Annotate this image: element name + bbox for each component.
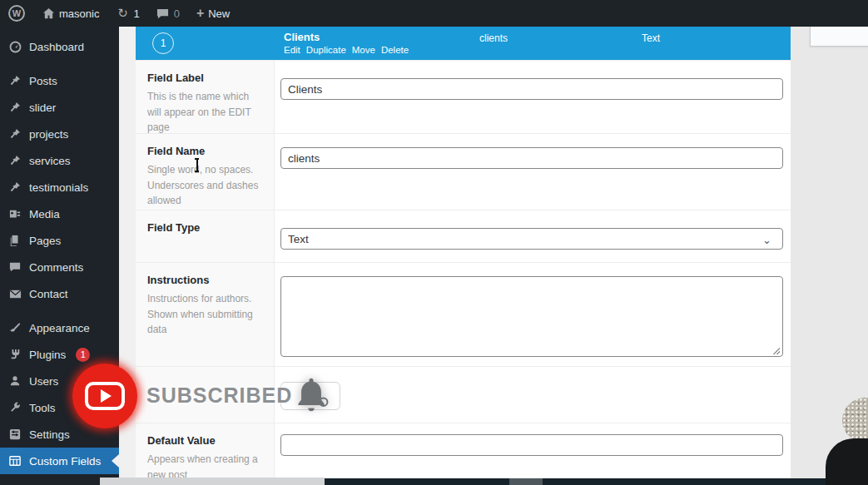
field-type-labelcol: Field Type — [136, 210, 275, 262]
field-name-row: Field Name Single word, no spaces. Under… — [136, 133, 791, 210]
wordpress-logo-icon: W — [8, 5, 25, 22]
instructions-labelcol: Instructions Instructions for authors. S… — [136, 263, 275, 366]
comment-bubble-icon — [156, 7, 170, 20]
pushpin-icon — [8, 74, 22, 87]
sidebar-item-label: Dashboard — [29, 41, 84, 53]
default-value-labelcol: Default Value Appears when creating a ne… — [136, 423, 275, 485]
field-name-input[interactable] — [280, 147, 783, 169]
subscribed-label: SUBSCRIBED — [146, 384, 292, 408]
sidebar-item-posts[interactable]: Posts — [0, 67, 119, 94]
field-label-heading: Clients — [284, 31, 320, 43]
wrench-icon — [8, 401, 22, 414]
active-menu-arrow — [112, 454, 119, 468]
comments-icon — [8, 260, 22, 274]
video-timeline-segment — [509, 478, 543, 485]
pages-icon — [8, 234, 22, 247]
sidebar-item-projects[interactable]: projects — [0, 121, 119, 147]
sidebar-item-label: testimonials — [29, 181, 88, 194]
sidebar-item-label: Pages — [29, 235, 61, 247]
field-name-column: clients — [479, 32, 508, 44]
row-title: Field Type — [147, 221, 262, 234]
updates-menu[interactable]: ↻ 1 — [107, 0, 147, 27]
instructions-row: Instructions Instructions for authors. S… — [136, 262, 791, 366]
sidebar-item-label: Appearance — [29, 322, 90, 334]
sidebar-item-label: Contact — [29, 288, 68, 300]
duplicate-action[interactable]: Duplicate — [306, 45, 346, 55]
row-title: Instructions — [147, 274, 262, 286]
row-title: Field Name — [147, 145, 262, 157]
video-timeline-light — [100, 478, 325, 485]
site-name-menu[interactable]: masonic — [33, 0, 107, 27]
row-description: Instructions for authors. Shown when sub… — [147, 291, 262, 338]
pushpin-icon — [8, 127, 22, 141]
comments-menu[interactable]: 0 — [148, 0, 188, 27]
sidebar-item-contact[interactable]: Contact — [0, 280, 119, 307]
pushpin-icon — [8, 154, 22, 167]
sidebar-item-dashboard[interactable]: Dashboard — [0, 33, 119, 60]
acf-field-editor: 1 Clients Edit Duplicate Move Delete cli… — [136, 27, 791, 485]
sidebar-item-testimonials[interactable]: testimonials — [0, 174, 119, 200]
default-value-input[interactable] — [280, 434, 783, 456]
row-title: Field Label — [147, 72, 262, 84]
edit-action[interactable]: Edit — [284, 45, 300, 55]
plus-icon: + — [196, 6, 204, 21]
text-cursor — [193, 158, 201, 172]
new-content-menu[interactable]: + New — [188, 0, 238, 27]
top-right-partial-panel — [810, 25, 868, 47]
move-action[interactable]: Move — [352, 45, 375, 55]
row-description: This is the name which will appear on th… — [147, 89, 262, 136]
sidebar-item-label: Settings — [29, 428, 70, 441]
youtube-play-button[interactable] — [72, 364, 137, 428]
sidebar-item-services[interactable]: services — [0, 147, 119, 174]
settings-sliders-icon — [8, 428, 22, 441]
video-timeline-dark — [325, 478, 868, 485]
envelope-icon — [8, 287, 22, 300]
field-header-bar: 1 Clients Edit Duplicate Move Delete cli… — [136, 27, 791, 60]
field-type-select[interactable]: Text — [280, 228, 783, 250]
table-grid-icon — [8, 454, 22, 468]
field-type-row: Field Type Text ⌄ — [136, 210, 791, 262]
youtube-logo-icon — [85, 382, 125, 410]
row-title: Default Value — [147, 434, 262, 447]
media-icon — [8, 207, 22, 220]
home-icon — [42, 7, 55, 20]
field-label-row: Field Label This is the name which will … — [136, 60, 791, 133]
sidebar-item-label: Comments — [29, 261, 83, 274]
sidebar-item-label: Custom Fields — [29, 455, 101, 468]
sidebar-item-appearance[interactable]: Appearance — [0, 314, 119, 341]
sidebar-item-label: Users — [29, 375, 58, 388]
sidebar-item-label: Media — [29, 208, 60, 220]
default-value-row: Default Value Appears when creating a ne… — [136, 423, 791, 485]
comments-count: 0 — [174, 7, 180, 20]
new-label: New — [208, 7, 230, 20]
sidebar-item-comments[interactable]: Comments — [0, 254, 119, 280]
sidebar-item-label: Tools — [29, 402, 56, 414]
sidebar-item-label: slider — [29, 101, 56, 114]
sidebar-item-label: services — [29, 155, 71, 167]
sidebar-item-label: Posts — [29, 75, 57, 87]
field-row-actions: Edit Duplicate Move Delete — [284, 45, 409, 55]
wordpress-menu[interactable]: W — [0, 0, 33, 27]
instructions-textarea[interactable] — [280, 276, 783, 357]
sidebar-item-pages[interactable]: Pages — [0, 227, 119, 254]
plug-icon — [8, 348, 22, 361]
pushpin-icon — [8, 181, 22, 194]
sidebar-item-media[interactable]: Media — [0, 200, 119, 227]
sidebar-item-label: projects — [29, 128, 68, 141]
plugins-update-badge: 1 — [76, 348, 90, 362]
site-name: masonic — [59, 7, 99, 20]
field-order-handle[interactable]: 1 — [152, 32, 174, 54]
field-type-column: Text — [642, 32, 660, 44]
field-label-input[interactable] — [280, 78, 783, 100]
user-icon — [8, 374, 22, 388]
updates-icon: ↻ — [116, 7, 129, 20]
sidebar-item-slider[interactable]: slider — [0, 94, 119, 121]
dashboard-icon — [8, 40, 22, 53]
notification-bell-icon[interactable] — [290, 372, 333, 418]
delete-action[interactable]: Delete — [381, 45, 409, 55]
field-name-labelcol: Field Name Single word, no spaces. Under… — [136, 134, 275, 210]
brush-icon — [8, 321, 22, 334]
sidebar-item-custom-fields[interactable]: Custom Fields — [0, 448, 119, 474]
updates-count: 1 — [133, 7, 139, 20]
admin-top-bar: W masonic ↻ 1 0 + New — [0, 0, 868, 27]
